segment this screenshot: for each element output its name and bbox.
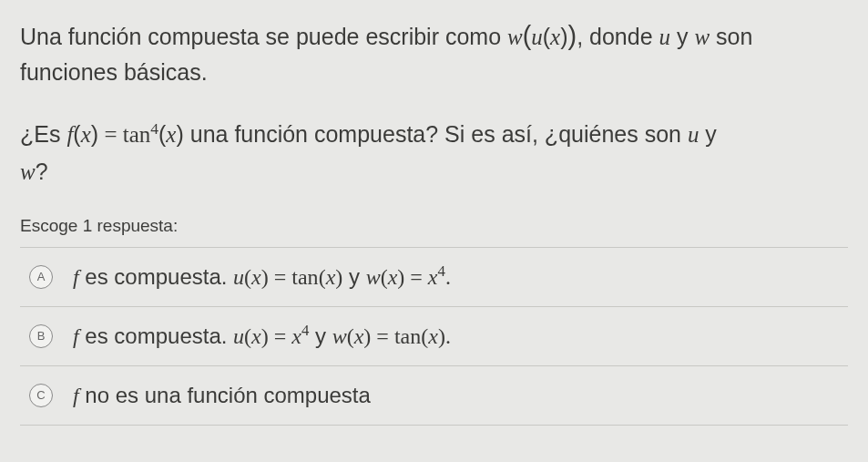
b-x2: x [291, 324, 301, 348]
b-x1: x [251, 324, 261, 348]
paren-open: ( [543, 24, 550, 49]
intro-part2: , donde [577, 24, 659, 49]
a-po1: ( [244, 265, 251, 289]
q-part1: ¿Es [20, 121, 66, 147]
paren-close: ) [560, 24, 567, 49]
option-c[interactable]: C f no es una función compuesta [20, 366, 848, 426]
q-paren-open: ( [73, 121, 80, 147]
a-dot: . [445, 265, 451, 289]
intro-u2: u [659, 25, 670, 49]
q-u: u [688, 122, 700, 147]
choose-prompt: Escoge 1 respuesta: [20, 216, 848, 236]
b-w: w [332, 324, 347, 348]
option-a[interactable]: A f es compuesta. u(x) = tan(x) y w(x) =… [20, 248, 848, 307]
intro-and: y [670, 24, 694, 49]
a-f: f [73, 265, 79, 289]
a-eq1: = [269, 265, 292, 289]
radio-b[interactable]: B [29, 324, 53, 348]
b-eq1: = [269, 324, 292, 348]
b-x3: x [354, 324, 364, 348]
b-and: y [309, 323, 332, 348]
a-x3: x [388, 265, 398, 289]
b-dot: . [445, 324, 451, 348]
a-x1: x [251, 265, 261, 289]
option-b[interactable]: B f es compuesta. u(x) = x4 y w(x) = tan… [20, 307, 848, 366]
a-po3: ( [381, 265, 388, 289]
q-exp4: 4 [150, 118, 158, 137]
b-po1: ( [244, 324, 251, 348]
a-pc1: ) [261, 265, 269, 289]
option-b-text: f es compuesta. u(x) = x4 y w(x) = tan(x… [73, 323, 451, 349]
b-text1: es compuesta. [79, 323, 233, 348]
a-eq2: = [404, 265, 428, 289]
a-po2: ( [319, 265, 326, 289]
paren-open-big: ( [523, 21, 532, 50]
c-text1: no es una función compuesta [79, 383, 371, 407]
a-w: w [366, 265, 381, 289]
a-exp: 4 [438, 262, 445, 280]
radio-a[interactable]: A [29, 265, 53, 289]
b-u: u [233, 324, 244, 348]
q-paren-close2: ) [176, 121, 183, 147]
b-pc1: ) [261, 324, 269, 348]
intro-text: Una función compuesta se puede escribir … [20, 16, 848, 90]
option-c-text: f no es una función compuesta [73, 383, 371, 408]
question-text: ¿Es f(x) = tan4(x) una función compuesta… [20, 116, 848, 190]
a-text1: es compuesta. [79, 264, 233, 289]
a-u: u [233, 265, 244, 289]
q-part2: una función compuesta? Si es así, ¿quién… [184, 121, 688, 147]
a-x4: x [428, 265, 438, 289]
a-and: y [342, 264, 365, 289]
q-eq: = [98, 122, 123, 147]
a-tan: tan [291, 265, 318, 289]
b-eq2: = [371, 324, 394, 348]
b-po2: ( [347, 324, 354, 348]
q-x2: x [166, 122, 176, 147]
q-x: x [81, 122, 91, 147]
q-tan: tan [123, 122, 151, 147]
intro-w2: w [694, 25, 710, 49]
q-part3: ? [36, 159, 48, 184]
b-x4: x [428, 324, 438, 348]
paren-close-big: ) [568, 21, 577, 50]
q-w: w [20, 159, 36, 184]
option-a-text: f es compuesta. u(x) = tan(x) y w(x) = x… [73, 264, 451, 290]
b-pc3: ) [438, 324, 445, 348]
b-f: f [73, 324, 79, 348]
intro-x: x [550, 25, 560, 49]
c-f: f [73, 384, 79, 407]
intro-w: w [507, 25, 523, 49]
b-tan: tan [394, 324, 421, 348]
q-paren-close: ) [91, 121, 98, 147]
radio-c[interactable]: C [29, 384, 53, 407]
q-and: y [699, 121, 716, 147]
intro-part1: Una función compuesta se puede escribir … [20, 24, 507, 49]
options-list: A f es compuesta. u(x) = tan(x) y w(x) =… [20, 247, 848, 426]
a-x2: x [326, 265, 336, 289]
intro-u: u [531, 25, 543, 49]
